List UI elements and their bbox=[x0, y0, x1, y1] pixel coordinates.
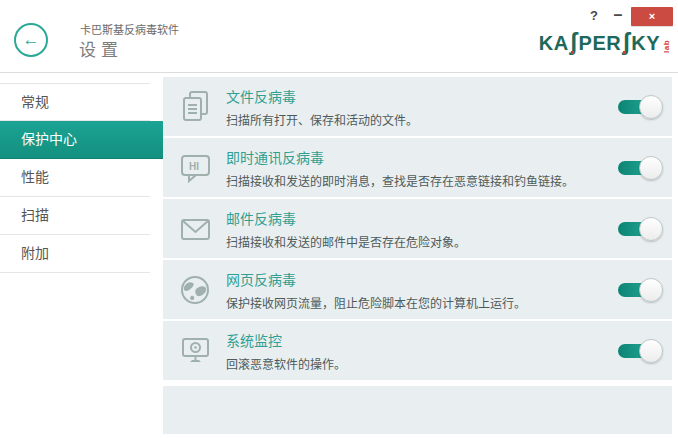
system-watcher-toggle[interactable] bbox=[618, 344, 656, 358]
feature-description: 扫描接收和发送的邮件中是否存在危险对象。 bbox=[226, 233, 618, 250]
kaspersky-settings-window: ← 卡巴斯基反病毒软件 设置 ? – × KA ʃ PER ʃ KY lab 常… bbox=[0, 0, 678, 438]
logo-stylized-s: ʃ bbox=[570, 31, 578, 53]
feature-row-im-antivirus: HI 即时通讯反病毒 扫描接收和发送的即时消息，查找是否存在恶意链接和钓鱼链接。 bbox=[163, 138, 672, 197]
logo-stylized-s: ʃ bbox=[622, 31, 630, 53]
logo-lab-text: lab bbox=[662, 33, 671, 53]
toggle-knob bbox=[639, 217, 663, 241]
im-icon-text: HI bbox=[189, 161, 199, 172]
page-title: 设置 bbox=[79, 36, 123, 61]
file-antivirus-icon bbox=[178, 90, 214, 124]
toggle-knob bbox=[639, 156, 663, 180]
protection-settings-list: 文件反病毒 扫描所有打开、保存和活动的文件。 HI 即时通讯反病毒 扫描接收和发… bbox=[163, 77, 672, 434]
header: ← 卡巴斯基反病毒软件 设置 ? – × KA ʃ PER ʃ KY lab bbox=[0, 0, 678, 73]
web-antivirus-toggle[interactable] bbox=[618, 283, 656, 297]
toggle-knob bbox=[639, 95, 663, 119]
logo-text: KY bbox=[631, 31, 660, 55]
file-antivirus-toggle[interactable] bbox=[618, 100, 656, 114]
logo-text: PER bbox=[579, 31, 622, 55]
kaspersky-logo: KA ʃ PER ʃ KY lab bbox=[539, 31, 671, 55]
minimize-button[interactable]: – bbox=[608, 7, 628, 25]
feature-title-mail-antivirus[interactable]: 邮件反病毒 bbox=[226, 208, 618, 228]
sidebar-item-general[interactable]: 常规 bbox=[0, 83, 150, 121]
web-antivirus-icon bbox=[178, 273, 214, 307]
feature-title-im-antivirus[interactable]: 即时通讯反病毒 bbox=[226, 147, 618, 167]
sidebar: 常规 保护中心 性能 扫描 附加 bbox=[0, 73, 163, 273]
feature-title-system-watcher[interactable]: 系统监控 bbox=[226, 330, 618, 350]
sidebar-item-protection-center[interactable]: 保护中心 bbox=[0, 121, 163, 159]
mail-antivirus-toggle[interactable] bbox=[618, 222, 656, 236]
back-button[interactable]: ← bbox=[14, 23, 48, 57]
empty-settings-row bbox=[163, 386, 672, 434]
feature-row-file-antivirus: 文件反病毒 扫描所有打开、保存和活动的文件。 bbox=[163, 77, 672, 136]
im-antivirus-icon: HI bbox=[178, 151, 214, 185]
feature-title-file-antivirus[interactable]: 文件反病毒 bbox=[226, 86, 618, 106]
sidebar-item-performance[interactable]: 性能 bbox=[0, 159, 150, 197]
feature-title-web-antivirus[interactable]: 网页反病毒 bbox=[226, 269, 618, 289]
feature-description: 扫描接收和发送的即时消息，查找是否存在恶意链接和钓鱼链接。 bbox=[226, 172, 618, 189]
im-antivirus-toggle[interactable] bbox=[618, 161, 656, 175]
toggle-knob bbox=[639, 339, 663, 363]
help-button[interactable]: ? bbox=[585, 7, 603, 25]
logo-text: KA bbox=[539, 31, 569, 55]
mail-antivirus-icon bbox=[178, 212, 214, 246]
toggle-knob bbox=[639, 278, 663, 302]
feature-row-web-antivirus: 网页反病毒 保护接收网页流量，阻止危险脚本在您的计算机上运行。 bbox=[163, 260, 672, 319]
feature-row-system-watcher: 系统监控 回滚恶意软件的操作。 bbox=[163, 321, 672, 380]
back-arrow-icon: ← bbox=[23, 31, 40, 48]
app-title: 卡巴斯基反病毒软件 bbox=[80, 21, 179, 37]
sidebar-item-scan[interactable]: 扫描 bbox=[0, 197, 150, 235]
feature-description: 扫描所有打开、保存和活动的文件。 bbox=[226, 111, 618, 128]
feature-description: 回滚恶意软件的操作。 bbox=[226, 355, 618, 372]
feature-row-mail-antivirus: 邮件反病毒 扫描接收和发送的邮件中是否存在危险对象。 bbox=[163, 199, 672, 258]
sidebar-item-additional[interactable]: 附加 bbox=[0, 235, 150, 273]
feature-description: 保护接收网页流量，阻止危险脚本在您的计算机上运行。 bbox=[226, 294, 618, 311]
close-button[interactable]: × bbox=[631, 7, 673, 26]
system-watcher-icon bbox=[178, 334, 214, 368]
